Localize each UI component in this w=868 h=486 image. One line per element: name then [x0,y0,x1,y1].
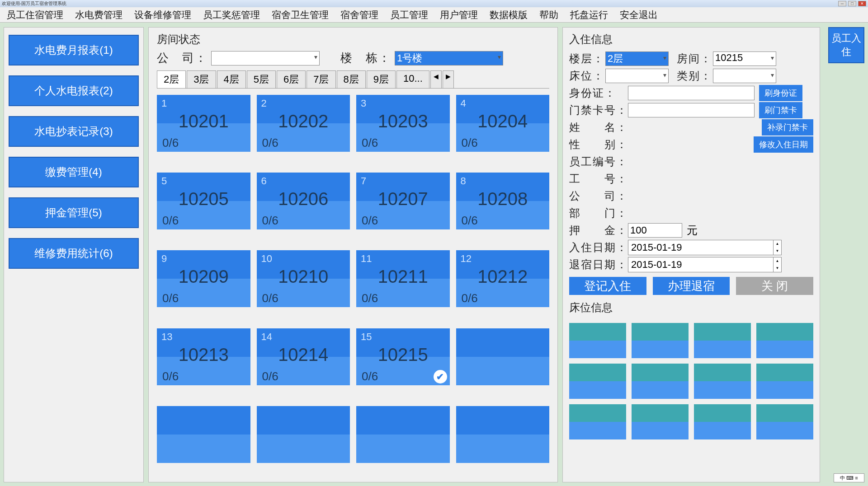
room-tile[interactable]: 15102150/6✔ [356,328,450,385]
type-label: 类别： [677,69,708,83]
name-label: 姓 名： [569,120,623,135]
maximize-button[interactable]: □ [848,1,856,6]
minimize-button[interactable]: ─ [838,1,846,6]
modify-date-button[interactable]: 修改入住日期 [754,136,813,153]
room-tile[interactable] [456,328,550,385]
bed-tile[interactable] [569,323,626,358]
spin-down-icon[interactable]: ▼ [773,248,781,255]
bed-tile[interactable] [756,364,813,399]
register-button[interactable]: 登记入住 [569,277,646,295]
floor-tab-3[interactable]: 5层 [247,70,276,88]
room-tile[interactable]: 2102020/6 [257,95,350,152]
bed-tile[interactable] [569,364,626,399]
bed-tile[interactable] [632,364,689,399]
room-tile[interactable] [257,406,350,463]
employee-checkin-button[interactable]: 员工入住 [828,27,864,63]
room-select[interactable]: 10215 [713,51,776,66]
floor-tab-6[interactable]: 8层 [337,70,366,88]
reissue-card-button[interactable]: 补录门禁卡 [762,119,813,136]
menu-item-7[interactable]: 用户管理 [437,8,481,22]
room-tile[interactable]: 5102050/6 [157,173,250,229]
room-tile[interactable]: 1102010/6 [157,95,250,152]
menu-item-10[interactable]: 托盘运行 [567,8,611,22]
type-select[interactable] [713,69,776,83]
outdate-input[interactable]: 2015-01-19 ▲▼ [628,257,782,272]
room-tile[interactable]: 12102120/6 [456,250,550,307]
id-input[interactable] [628,86,755,100]
room-tile[interactable]: 8102080/6 [456,173,550,229]
bed-tile[interactable] [632,323,689,358]
room-tile[interactable] [157,406,250,463]
bed-tile[interactable] [694,323,751,358]
scan-id-button[interactable]: 刷身份证 [759,85,802,101]
floor-label: 楼层： [569,51,601,66]
sidebar-button-2[interactable]: 水电抄表记录(3) [9,116,139,147]
floor-tab-0[interactable]: 2层 [157,70,186,88]
spin-up-icon[interactable]: ▲ [773,240,781,248]
deposit-input[interactable] [628,223,682,238]
bed-tile[interactable] [756,323,813,358]
bed-tile[interactable] [694,404,751,439]
sidebar-button-1[interactable]: 个人水电报表(2) [9,75,139,106]
scan-card-button[interactable]: 刷门禁卡 [759,102,802,118]
floor-tab-8[interactable]: 10... [396,70,429,88]
menu-item-8[interactable]: 数据模版 [487,8,530,22]
bed-tile[interactable] [756,404,813,439]
room-index: 3 [361,98,445,109]
room-tile[interactable]: 4102040/6 [456,95,550,152]
room-tile[interactable]: 3102030/6 [356,95,450,152]
checkin-title: 入住信息 [569,32,813,47]
room-occupancy: 0/6 [362,291,378,305]
floor-tab-1[interactable]: 3层 [187,70,216,88]
menu-item-4[interactable]: 宿舍卫生管理 [269,8,331,22]
company-select[interactable] [211,51,320,65]
bed-tile[interactable] [569,404,626,439]
bed-tile[interactable] [694,364,751,399]
spin-down-icon[interactable]: ▼ [773,265,781,272]
room-tile[interactable]: 9102090/6 [157,250,250,307]
room-number: 10203 [361,111,445,131]
room-tile[interactable]: 6102060/6 [257,173,350,229]
ime-tray[interactable]: 中 ⌨ ≡ [834,473,864,482]
sidebar-button-5[interactable]: 维修费用统计(6) [9,238,139,269]
room-tile[interactable] [456,406,550,463]
floor-tab-5[interactable]: 7层 [307,70,335,88]
check-icon: ✔ [434,370,447,383]
spin-up-icon[interactable]: ▲ [773,257,781,265]
menu-item-6[interactable]: 员工管理 [387,8,431,22]
close-panel-button[interactable]: 关 闭 [736,277,813,295]
menu-item-9[interactable]: 帮助 [537,8,561,22]
floor-tab-2[interactable]: 4层 [217,70,246,88]
room-occupancy: 0/6 [162,291,179,305]
menu-item-3[interactable]: 员工奖惩管理 [200,8,263,22]
room-tile[interactable]: 10102100/6 [257,250,350,307]
checkout-button[interactable]: 办理退宿 [653,277,730,295]
room-tile[interactable]: 11102110/6 [356,250,450,307]
menu-item-0[interactable]: 员工住宿管理 [4,8,66,22]
menu-item-1[interactable]: 水电费管理 [72,8,125,22]
bed-select[interactable] [605,69,669,83]
room-number: 10205 [161,189,246,209]
sidebar-button-0[interactable]: 水电费月报表(1) [9,35,139,65]
room-tile[interactable] [356,406,450,463]
close-button[interactable]: ✕ [858,1,866,6]
tab-scroll-icon[interactable]: ◀ [430,70,442,88]
room-tile[interactable]: 7102070/6 [356,173,450,229]
bed-tile[interactable] [632,404,689,439]
building-select[interactable]: 1号楼 [395,51,503,65]
sidebar-button-3[interactable]: 缴费管理(4) [9,157,139,187]
sidebar-button-4[interactable]: 押金管理(5) [9,197,139,228]
floor-select[interactable]: 2层 [605,51,669,66]
floor-tab-7[interactable]: 9层 [367,70,396,88]
menu-item-2[interactable]: 设备维修管理 [132,8,194,22]
company-label: 公 司： [157,50,208,66]
menu-item-5[interactable]: 宿舍管理 [338,8,381,22]
floor-tab-4[interactable]: 6层 [277,70,306,88]
room-index: 2 [261,98,346,109]
card-input[interactable] [628,103,755,117]
indate-input[interactable]: 2015-01-19 ▲▼ [628,240,782,255]
menu-item-11[interactable]: 安全退出 [617,8,660,22]
room-tile[interactable]: 14102140/6 [257,328,350,385]
tab-scroll-icon[interactable]: ▶ [443,70,454,88]
room-tile[interactable]: 13102130/6 [157,328,250,385]
